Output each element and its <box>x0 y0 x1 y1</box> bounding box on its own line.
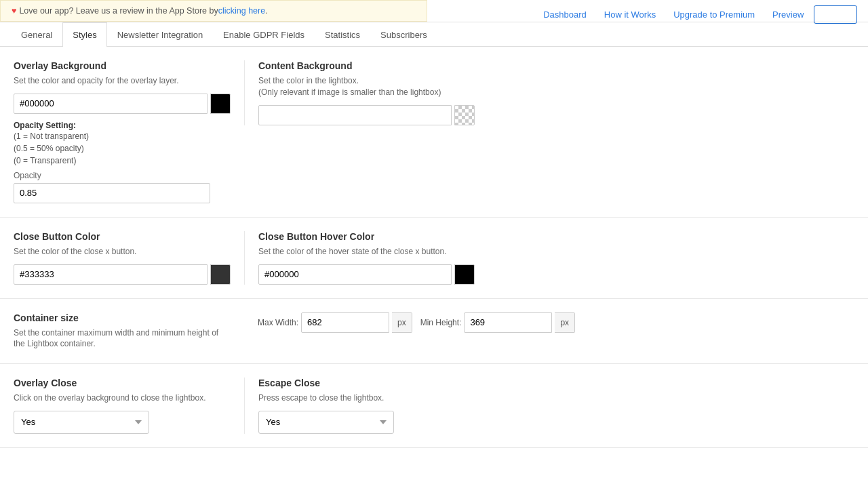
overlay-background-desc: Set the color and opacity for the overla… <box>14 75 231 87</box>
opacity-label: Opacity <box>14 171 231 180</box>
min-height-input[interactable] <box>464 312 552 333</box>
opacity-note-1: (1 = Not transparent) <box>14 130 231 142</box>
overlay-close-dropdown-wrap: Yes No <box>14 411 231 434</box>
top-navigation: Dashboard How it Works Upgrade to Premiu… <box>525 0 868 29</box>
close-hover-title: Close Button Hover Color <box>258 231 475 242</box>
overlay-close-section: Overlay Close Click on the overlay backg… <box>14 378 244 434</box>
overlay-background-section: Overlay Background Set the color and opa… <box>14 60 244 203</box>
max-width-unit: px <box>392 312 412 333</box>
close-hover-color-input[interactable] <box>258 264 452 285</box>
save-button[interactable]: Save <box>814 5 857 24</box>
close-color-row <box>14 264 231 285</box>
max-width-input[interactable] <box>301 312 389 333</box>
tab-gdpr[interactable]: Enable GDPR Fields <box>213 22 315 47</box>
container-size-desc: Set the container maximum width and mini… <box>14 327 231 350</box>
main-content: Overlay Background Set the color and opa… <box>0 47 868 448</box>
preview-button[interactable]: Preview <box>765 5 811 24</box>
content-background-desc1: Set the color in the lightbox. <box>258 75 475 87</box>
content-background-title: Content Background <box>258 60 475 71</box>
escape-close-dropdown-wrap: Yes No <box>258 411 475 434</box>
container-size-inputs: Max Width: px Min Height: px <box>244 312 854 333</box>
banner-text-after: . <box>265 6 267 16</box>
opacity-note-3: (0 = Transparent) <box>14 155 231 167</box>
opacity-input-section: Opacity <box>14 171 231 203</box>
close-button-color-title: Close Button Color <box>14 231 231 242</box>
content-background-desc2: (Only relevant if image is smaller than … <box>258 87 475 98</box>
close-hover-color-swatch[interactable] <box>454 264 475 285</box>
overlay-close-title: Overlay Close <box>14 378 231 388</box>
dashboard-button[interactable]: Dashboard <box>536 5 594 24</box>
close-button-row: Close Button Color Set the color of the … <box>0 218 868 299</box>
close-button-hover-section: Close Button Hover Color Set the color o… <box>244 231 475 285</box>
content-color-row <box>258 105 475 125</box>
container-size-row: Container size Set the container maximum… <box>0 299 868 365</box>
container-size-section: Container size Set the container maximum… <box>14 312 244 350</box>
escape-close-section: Escape Close Press escape to close the l… <box>244 378 475 434</box>
escape-close-desc: Press escape to close the lightbox. <box>258 392 475 404</box>
content-background-section: Content Background Set the color in the … <box>244 60 475 125</box>
tab-statistics[interactable]: Statistics <box>315 22 370 47</box>
content-color-input[interactable] <box>258 105 452 125</box>
container-size-title: Container size <box>14 312 231 323</box>
tab-styles[interactable]: Styles <box>62 22 106 47</box>
overlay-color-swatch[interactable] <box>210 94 231 114</box>
min-height-group: Min Height: px <box>420 312 575 333</box>
close-button-color-section: Close Button Color Set the color of the … <box>14 231 244 285</box>
overlay-background-title: Overlay Background <box>14 60 231 71</box>
escape-close-title: Escape Close <box>258 378 475 388</box>
max-width-group: Max Width: px <box>258 312 412 333</box>
banner-link[interactable]: clicking here <box>218 6 265 16</box>
tab-subscribers[interactable]: Subscribers <box>370 22 437 47</box>
close-options-row: Overlay Close Click on the overlay backg… <box>0 364 868 448</box>
max-width-label: Max Width: <box>258 318 298 327</box>
close-button-color-desc: Set the color of the close x button. <box>14 246 231 258</box>
opacity-settings: Opacity Setting: (1 = Not transparent) (… <box>14 121 231 167</box>
close-hover-desc: Set the color of the hover state of the … <box>258 246 475 258</box>
min-height-label: Min Height: <box>420 318 462 327</box>
heart-icon: ♥ <box>12 6 16 16</box>
overlay-color-row <box>14 94 231 114</box>
close-color-swatch[interactable] <box>210 264 231 285</box>
opacity-setting-label: Opacity Setting: <box>14 121 231 130</box>
opacity-input[interactable] <box>14 183 210 203</box>
close-hover-color-row <box>258 264 475 285</box>
min-height-unit: px <box>555 312 575 333</box>
tab-general[interactable]: General <box>11 22 62 47</box>
overlay-content-row: Overlay Background Set the color and opa… <box>0 47 868 218</box>
escape-close-select[interactable]: Yes No <box>258 411 394 434</box>
promo-banner: ♥ Love our app? Leave us a review in the… <box>0 0 427 22</box>
how-it-works-button[interactable]: How it Works <box>597 5 663 24</box>
overlay-close-select[interactable]: Yes No <box>14 411 149 434</box>
upgrade-button[interactable]: Upgrade to Premium <box>666 5 762 24</box>
banner-text: Love our app? Leave us a review in the A… <box>19 6 218 16</box>
content-color-swatch[interactable] <box>454 105 475 125</box>
opacity-note-2: (0.5 = 50% opacity) <box>14 142 231 155</box>
tab-newsletter[interactable]: Newsletter Integration <box>107 22 213 47</box>
overlay-close-desc: Click on the overlay background to close… <box>14 392 231 404</box>
overlay-color-input[interactable] <box>14 94 208 114</box>
close-color-input[interactable] <box>14 264 208 285</box>
